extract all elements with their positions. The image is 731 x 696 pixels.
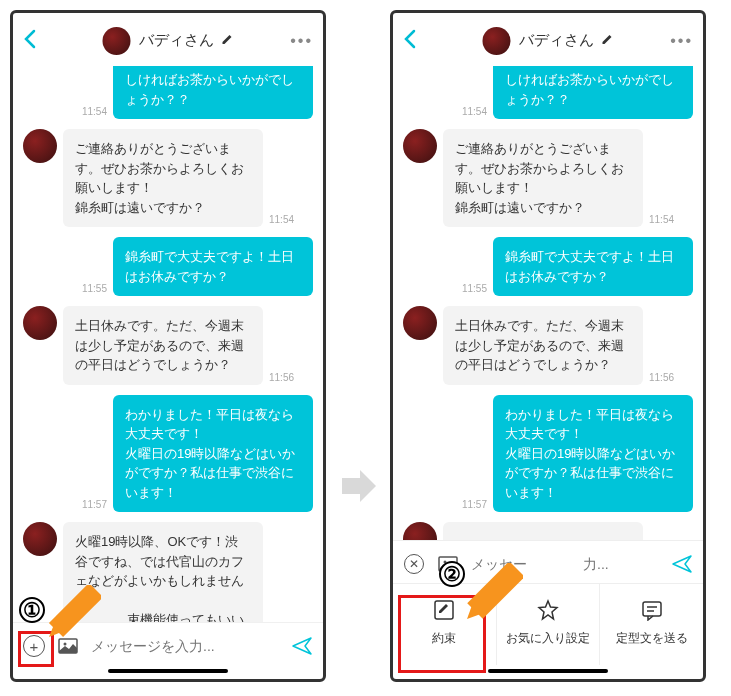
avatar[interactable] — [483, 27, 511, 55]
avatar[interactable] — [23, 129, 57, 163]
action-favorite[interactable]: お気に入り設定 — [497, 584, 601, 665]
back-button[interactable] — [23, 25, 43, 56]
message-time: 11:54 — [462, 106, 487, 117]
avatar[interactable] — [403, 129, 437, 163]
message-bubble-mine: しければお茶からいかがでしょうか？？ — [493, 66, 693, 119]
more-button[interactable]: ••• — [290, 32, 313, 50]
annotation-highlight-box — [18, 631, 54, 667]
send-button[interactable] — [291, 635, 313, 657]
message-bubble-mine: 錦糸町で大丈夫ですよ！土日はお休みですか？ — [113, 237, 313, 296]
avatar[interactable] — [23, 306, 57, 340]
home-indicator — [108, 669, 228, 673]
message-time: 11:54 — [82, 106, 107, 117]
annotation-highlight-box — [398, 595, 486, 673]
message-row: 11:57 わかりました！平日は夜なら大丈夫です！ 火曜日の19時以降などはいか… — [23, 395, 313, 513]
message-row: 11:57 わかりました！平日は夜なら大丈夫です！ 火曜日の19時以降などはいか… — [403, 395, 693, 513]
star-icon — [536, 598, 560, 622]
chat-messages[interactable]: 11:54 しければお茶からいかがでしょうか？？ ご連絡ありがとうございます。ぜ… — [393, 66, 703, 540]
message-row: ご連絡ありがとうございます。ぜひお茶からよろしくお願いします！ 錦糸町は遠いです… — [23, 129, 313, 227]
message-bubble-mine: わかりました！平日は夜なら大丈夫です！ 火曜日の19時以降などはいかがですか？私… — [493, 395, 693, 513]
contact-name: バディさん — [139, 31, 214, 50]
message-row: 11:54 しければお茶からいかがでしょうか？？ — [403, 66, 693, 119]
send-button[interactable] — [671, 553, 693, 575]
message-input[interactable] — [471, 556, 659, 572]
contact-name: バディさん — [519, 31, 594, 50]
message-bubble-mine: わかりました！平日は夜なら大丈夫です！ 火曜日の19時以降などはいかがですか？私… — [113, 395, 313, 513]
message-row: 11:54 しければお茶からいかがでしょうか？？ — [23, 66, 313, 119]
message-time: 11:55 — [462, 283, 487, 294]
avatar[interactable] — [403, 306, 437, 340]
message-input-bar: + — [13, 622, 323, 665]
message-row: 土日休みです。ただ、今週末は少し予定があるので、来週の平日はどうでしょうか？ 1… — [403, 306, 693, 385]
message-bubble-other: 土日休みです。ただ、今週末は少し予定があるので、来週の平日はどうでしょうか？ — [63, 306, 263, 385]
annotation-number: ② — [439, 561, 465, 587]
back-button[interactable] — [403, 25, 423, 56]
message-time: 11:57 — [462, 499, 487, 510]
message-row: 火曜19時以降、OKです！渋谷ですね、では代官山のカフェなどがよいかもしれません… — [23, 522, 313, 622]
chat-header: バディさん ••• — [393, 13, 703, 66]
edit-icon[interactable] — [222, 33, 234, 48]
home-indicator — [488, 669, 608, 673]
message-bubble-other: 土日休みです。ただ、今週末は少し予定があるので、来週の平日はどうでしょうか？ — [443, 306, 643, 385]
phone-screen-before: バディさん ••• 11:54 しければお茶からいかがでしょうか？？ ご連絡あり… — [10, 10, 326, 682]
action-label: お気に入り設定 — [506, 630, 590, 647]
message-time: 11:56 — [269, 372, 294, 383]
message-row: 11:55 錦糸町で大丈夫ですよ！土日はお休みですか？ — [403, 237, 693, 296]
close-icon: ✕ — [404, 554, 424, 574]
message-time: 11:56 — [649, 372, 674, 383]
template-icon — [640, 598, 664, 622]
avatar[interactable] — [23, 522, 57, 556]
avatar[interactable] — [103, 27, 131, 55]
message-bubble-other: ご連絡ありがとうございます。ぜひお茶からよろしくお願いします！ 錦糸町は遠いです… — [63, 129, 263, 227]
message-bubble-other: 火曜19時以降、OKです！渋谷ですね、では代官山のカフェなど… — [443, 522, 643, 540]
message-row: 11:55 錦糸町で大丈夫ですよ！土日はお休みですか？ — [23, 237, 313, 296]
more-button[interactable]: ••• — [670, 32, 693, 50]
action-label: 定型文を送る — [616, 630, 688, 647]
phone-screen-after: バディさん ••• 11:54 しければお茶からいかがでしょうか？？ ご連絡あり… — [390, 10, 706, 682]
chat-header: バディさん ••• — [13, 13, 323, 66]
message-row: 土日休みです。ただ、今週末は少し予定があるので、来週の平日はどうでしょうか？ 1… — [23, 306, 313, 385]
chat-messages[interactable]: 11:54 しければお茶からいかがでしょうか？？ ご連絡ありがとうございます。ぜ… — [13, 66, 323, 622]
svg-rect-5 — [643, 602, 661, 616]
action-template[interactable]: 定型文を送る — [600, 584, 703, 665]
message-time: 11:57 — [82, 499, 107, 510]
message-bubble-mine: 錦糸町で大丈夫ですよ！土日はお休みですか？ — [493, 237, 693, 296]
edit-icon[interactable] — [602, 33, 614, 48]
message-input[interactable] — [91, 638, 279, 654]
message-row: 火曜19時以降、OKです！渋谷ですね、では代官山のカフェなど… — [403, 522, 693, 540]
header-title-group: バディさん — [483, 27, 614, 55]
annotation-number: ① — [19, 597, 45, 623]
transition-arrow — [338, 466, 378, 506]
message-time: 11:54 — [649, 214, 674, 225]
svg-point-1 — [64, 643, 67, 646]
message-time: 11:55 — [82, 283, 107, 294]
header-title-group: バディさん — [103, 27, 234, 55]
message-bubble-other: 火曜19時以降、OKです！渋谷ですね、では代官山のカフェなどがよいかもしれません… — [63, 522, 263, 622]
image-button[interactable] — [57, 635, 79, 657]
close-button[interactable]: ✕ — [403, 553, 425, 575]
message-row: ご連絡ありがとうございます。ぜひお茶からよろしくお願いします！ 錦糸町は遠いです… — [403, 129, 693, 227]
message-time: 11:54 — [269, 214, 294, 225]
message-bubble-other: ご連絡ありがとうございます。ぜひお茶からよろしくお願いします！ 錦糸町は遠いです… — [443, 129, 643, 227]
avatar[interactable] — [403, 522, 437, 540]
message-bubble-mine: しければお茶からいかがでしょうか？？ — [113, 66, 313, 119]
